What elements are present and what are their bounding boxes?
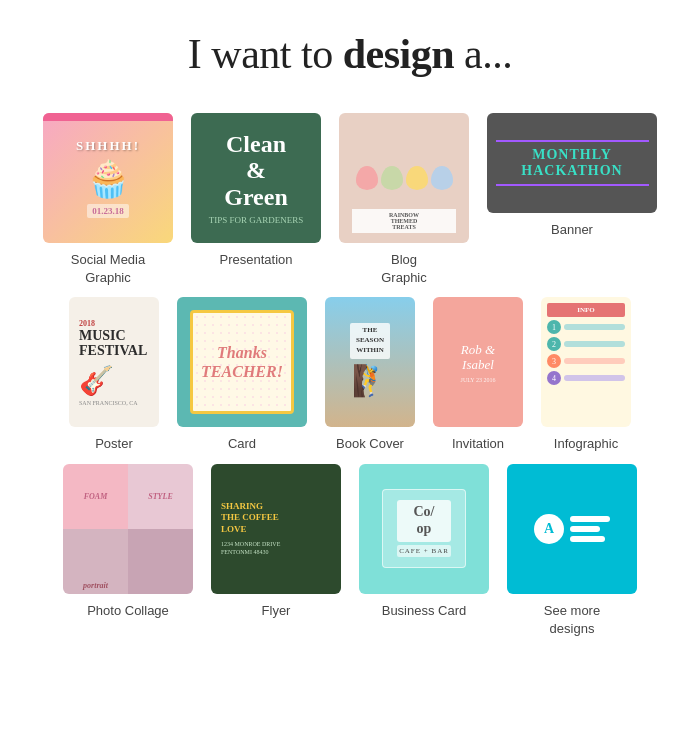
thumb-see-more: A [507, 464, 637, 594]
design-item-banner[interactable]: MONTHLY HACKATHON Banner [487, 113, 657, 287]
design-item-book-cover[interactable]: THESEASONWITHIN 🧗 Book Cover [325, 297, 415, 453]
label-card: Card [228, 435, 256, 453]
thumb-social-media: SHHHH! 🧁 01.23.18 [43, 113, 173, 243]
thumb-book-cover: THESEASONWITHIN 🧗 [325, 297, 415, 427]
thumb-presentation: Clean&Green TIPS FOR GARDENERS [191, 113, 321, 243]
thumb-infographic: INFO 1 2 3 4 [541, 297, 631, 427]
design-item-photo-collage[interactable]: FOAM STYLE portrait Photo Collage [63, 464, 193, 638]
design-item-presentation[interactable]: Clean&Green TIPS FOR GARDENERS Presentat… [191, 113, 321, 287]
design-item-social-media[interactable]: SHHHH! 🧁 01.23.18 Social MediaGraphic [43, 113, 173, 287]
label-flyer: Flyer [262, 602, 291, 620]
label-business-card: Business Card [382, 602, 467, 620]
design-item-infographic[interactable]: INFO 1 2 3 4 Infographic [541, 297, 631, 453]
label-presentation: Presentation [220, 251, 293, 269]
label-blog-graphic: BlogGraphic [381, 251, 427, 287]
thumb-poster: 2018 MusicFestival 🎸 SAN FRANCISCO, CA [69, 297, 159, 427]
label-photo-collage: Photo Collage [87, 602, 169, 620]
label-invitation: Invitation [452, 435, 504, 453]
design-item-poster[interactable]: 2018 MusicFestival 🎸 SAN FRANCISCO, CA P… [69, 297, 159, 453]
thumb-card: ThanksTEACHER! [177, 297, 307, 427]
design-grid: SHHHH! 🧁 01.23.18 Social MediaGraphic Cl… [20, 113, 680, 648]
thumb-blog-graphic: RAINBOWTHEMEDTREATS [339, 113, 469, 243]
label-see-more: See moredesigns [544, 602, 600, 638]
design-item-see-more[interactable]: A See moredesigns [507, 464, 637, 638]
design-row-2: 2018 MusicFestival 🎸 SAN FRANCISCO, CA P… [20, 297, 680, 453]
design-item-business-card[interactable]: Co/op CAFE + BAR Business Card [359, 464, 489, 638]
design-row-3: FOAM STYLE portrait Photo Collage SHARIN… [20, 464, 680, 638]
thumb-banner: MONTHLY HACKATHON [487, 113, 657, 213]
design-item-invitation[interactable]: Rob &Isabel JULY 23 2016 Invitation [433, 297, 523, 453]
label-banner: Banner [551, 221, 593, 239]
page-title: I want to design a... [188, 30, 512, 78]
label-poster: Poster [95, 435, 133, 453]
label-infographic: Infographic [554, 435, 618, 453]
design-item-blog-graphic[interactable]: RAINBOWTHEMEDTREATS BlogGraphic [339, 113, 469, 287]
thumb-photo-collage: FOAM STYLE portrait [63, 464, 193, 594]
design-item-flyer[interactable]: SHARINGTHE COFFEELOVE 1234 MONROE DRIVEF… [211, 464, 341, 638]
thumb-business-card: Co/op CAFE + BAR [359, 464, 489, 594]
thumb-invitation: Rob &Isabel JULY 23 2016 [433, 297, 523, 427]
label-social-media: Social MediaGraphic [71, 251, 145, 287]
label-book-cover: Book Cover [336, 435, 404, 453]
design-row-1: SHHHH! 🧁 01.23.18 Social MediaGraphic Cl… [20, 113, 680, 287]
design-item-card[interactable]: ThanksTEACHER! Card [177, 297, 307, 453]
thumb-flyer: SHARINGTHE COFFEELOVE 1234 MONROE DRIVEF… [211, 464, 341, 594]
